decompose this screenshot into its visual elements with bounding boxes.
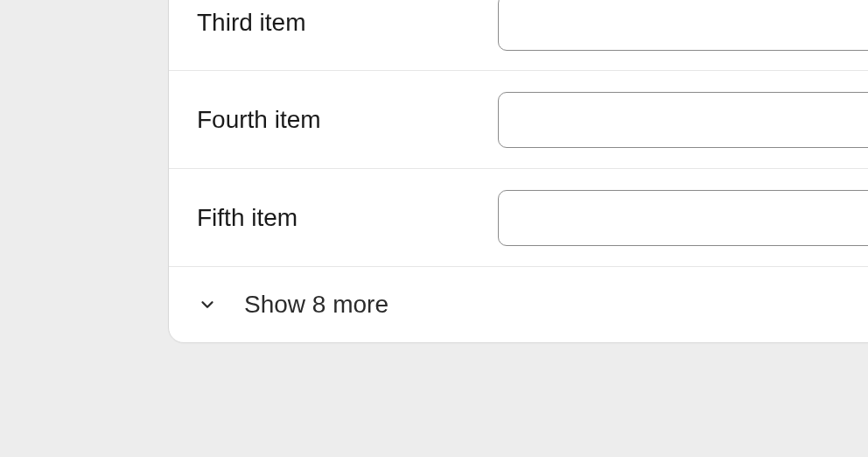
row-input[interactable] bbox=[498, 92, 868, 148]
list-row: Third item bbox=[169, 0, 868, 71]
row-input-wrap bbox=[498, 92, 868, 148]
list-row: Fourth item bbox=[169, 71, 868, 169]
row-label: Fourth item bbox=[197, 106, 498, 134]
row-input[interactable] bbox=[498, 190, 868, 246]
list-card: Third item Fourth item Fifth item Show 8… bbox=[168, 0, 868, 343]
chevron-down-icon bbox=[197, 294, 218, 315]
row-label: Fifth item bbox=[197, 204, 498, 232]
show-more-label: Show 8 more bbox=[244, 291, 388, 319]
row-input-wrap bbox=[498, 0, 868, 51]
row-input[interactable] bbox=[498, 0, 868, 51]
show-more-button[interactable]: Show 8 more bbox=[169, 267, 868, 342]
row-input-wrap bbox=[498, 190, 868, 246]
row-label: Third item bbox=[197, 9, 498, 37]
list-row: Fifth item bbox=[169, 169, 868, 267]
